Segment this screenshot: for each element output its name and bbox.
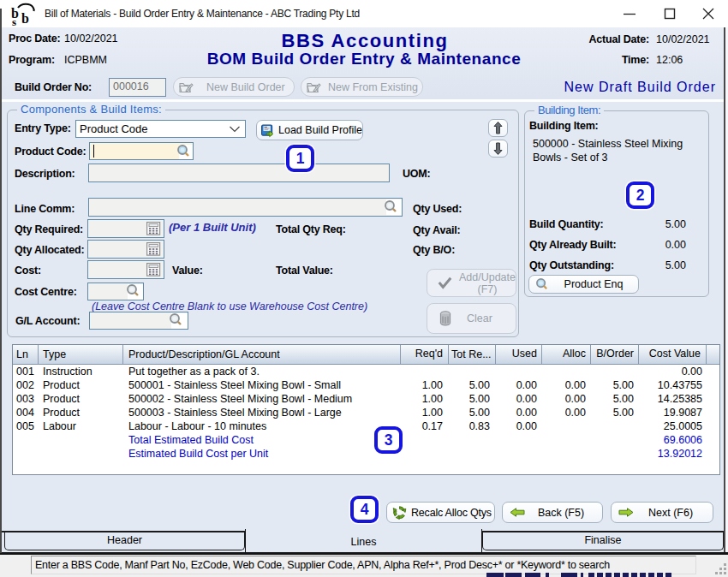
svg-text:b: b [21,11,29,26]
svg-text:s: s [12,15,16,27]
